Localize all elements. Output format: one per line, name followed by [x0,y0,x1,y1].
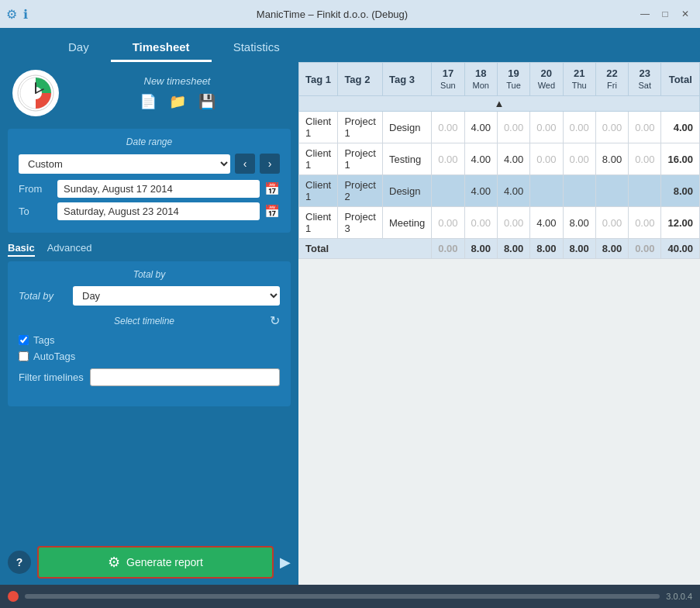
cell-d19: 0.00 [497,207,529,239]
cell-d20: 0.00 [530,112,563,143]
cell-tag1: Client 1 [299,112,338,143]
new-timesheet-icon1[interactable]: 📄 [136,92,160,112]
main-layout: New timesheet 📄 📁 💾 Date range Custom Th… [0,62,700,585]
record-button[interactable] [8,591,19,602]
total-d19: 8.00 [497,239,529,259]
cell-d19: 4.00 [497,175,529,207]
total-by-row: Total by Day Week Month [19,286,280,306]
autotags-checkbox-row: AutoTags [19,351,280,362]
cell-d22 [595,175,628,207]
cell-d19: 0.00 [497,112,529,143]
cell-d17: 0.00 [432,143,464,175]
tags-checkbox-row: Tags [19,334,280,346]
cell-d21: 8.00 [563,207,595,239]
gear-icon[interactable]: ⚙ [6,7,17,22]
cell-total: 12.00 [661,207,700,239]
cell-tag2: Project 2 [338,175,383,207]
new-timesheet-label: New timesheet [144,75,211,87]
table-row: Client 1 Project 1 Design 0.00 4.00 0.00… [299,112,700,143]
filter-timelines-label: Filter timelines [19,371,84,383]
autotags-label: AutoTags [33,351,75,362]
to-date-input[interactable] [57,202,260,220]
cell-d23: 0.00 [629,143,661,175]
cell-d20 [530,175,563,207]
cell-d18: 4.00 [464,143,497,175]
total-d22: 8.00 [595,239,628,259]
cell-tag1: Client 1 [299,143,338,175]
cell-d18: 4.00 [464,175,497,207]
col-d19: 19Tue [497,63,529,96]
cell-d21: 0.00 [563,112,595,143]
new-timesheet-icon3[interactable]: 💾 [195,92,219,112]
sidebar-top: New timesheet 📄 📁 💾 [0,62,298,124]
cell-d23: 0.00 [629,112,661,143]
nav-tabs: Day Timesheet Statistics [0,28,700,62]
minimize-button[interactable]: — [636,5,653,22]
tab-advanced[interactable]: Advanced [47,242,92,257]
cell-d20: 4.00 [530,207,563,239]
total-by-section-label: Total by [19,269,280,280]
cell-d22: 0.00 [595,207,628,239]
col-d22: 22Fri [595,63,628,96]
tags-checkbox[interactable] [19,335,29,345]
maximize-button[interactable]: □ [657,5,674,22]
cell-d19: 4.00 [497,143,529,175]
cell-d22: 8.00 [595,143,628,175]
cell-tag2: Project 3 [338,207,383,239]
from-calendar-button[interactable]: 📅 [264,181,280,196]
export-button[interactable]: ▶ [280,554,291,571]
cell-tag1: Client 1 [299,207,338,239]
next-range-button[interactable]: › [260,154,280,174]
total-by-select[interactable]: Day Week Month [73,286,280,306]
cell-total: 8.00 [661,175,700,207]
total-d18: 8.00 [464,239,497,259]
from-row: From 📅 [19,180,280,198]
new-timesheet-icon2[interactable]: 📁 [166,92,189,112]
date-range-select[interactable]: Custom This week Last week This month La… [19,154,230,174]
sub-tabs: Basic Advanced [0,237,298,257]
data-table: Tag 1 Tag 2 Tag 3 17Sun 18Mon 19Tue 20We… [298,62,700,259]
cell-tag2: Project 1 [338,112,383,143]
total-d20: 8.00 [530,239,563,259]
tab-basic[interactable]: Basic [8,242,35,257]
table-row: Client 1 Project 1 Testing 0.00 4.00 4.0… [299,143,700,175]
tab-timesheet[interactable]: Timesheet [111,34,212,62]
total-row: Total 0.00 8.00 8.00 8.00 8.00 8.00 0.00… [299,239,700,259]
col-d17: 17Sun [432,63,464,96]
cell-tag3: Design [383,175,432,207]
app-title: ManicTime – Finkit d.o.o. (Debug) [28,9,636,20]
filter-section: Total by Total by Day Week Month Select … [8,261,291,406]
scroll-up-indicator[interactable]: ▲ [299,96,700,112]
title-icons: ⚙ ℹ [6,7,28,22]
total-d17: 0.00 [432,239,464,259]
logo [12,70,59,116]
cell-d17: 0.00 [432,207,464,239]
from-date-input[interactable] [57,180,260,198]
filter-timelines-row: Filter timelines [19,368,280,386]
date-range-label: Date range [19,136,280,147]
to-calendar-button[interactable]: 📅 [264,204,280,219]
to-label: To [19,206,57,217]
new-timesheet-area: New timesheet 📄 📁 💾 [68,75,286,112]
tab-day[interactable]: Day [47,34,111,62]
table-row: Client 1 Project 2 Design 4.00 4.00 8.00 [299,175,700,207]
col-d20: 20Wed [530,63,563,96]
close-button[interactable]: ✕ [677,5,694,22]
version-text: 3.0.0.4 [666,592,692,601]
cell-total: 4.00 [661,112,700,143]
date-range-controls: Custom This week Last week This month La… [19,154,280,174]
col-total: Total [661,63,700,96]
filter-timelines-input[interactable] [90,368,280,386]
tab-statistics[interactable]: Statistics [212,34,302,62]
prev-range-button[interactable]: ‹ [235,154,255,174]
new-timesheet-icons: 📄 📁 💾 [136,92,219,112]
total-d21: 8.00 [563,239,595,259]
autotags-checkbox[interactable] [19,351,29,361]
help-button[interactable]: ? [8,551,31,574]
cell-d21 [563,175,595,207]
generate-report-button[interactable]: ⚙ Generate report [37,546,274,579]
total-by-label: Total by [19,290,73,302]
col-tag3: Tag 3 [383,63,432,96]
cell-d21: 0.00 [563,143,595,175]
timeline-icon-button[interactable]: ↻ [270,313,280,328]
